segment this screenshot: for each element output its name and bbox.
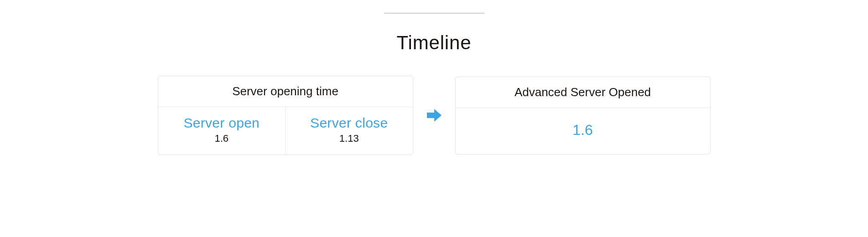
- server-open-value: 1.6: [163, 133, 281, 144]
- timeline-row: Server opening time Server open 1.6 Serv…: [0, 76, 868, 155]
- server-opening-time-header: Server opening time: [158, 76, 413, 107]
- server-opening-time-card: Server opening time Server open 1.6 Serv…: [158, 76, 413, 155]
- advanced-server-opened-header: Advanced Server Opened: [456, 77, 710, 108]
- advanced-server-opened-card: Advanced Server Opened 1.6: [455, 77, 711, 155]
- server-close-cell: Server close 1.13: [285, 107, 413, 155]
- arrow-right-icon: [425, 106, 443, 124]
- advanced-server-opened-value: 1.6: [460, 122, 706, 139]
- timeline-title: Timeline: [397, 32, 472, 54]
- server-open-cell: Server open 1.6: [158, 107, 286, 155]
- server-close-value: 1.13: [290, 133, 408, 144]
- advanced-server-opened-body: 1.6: [456, 108, 710, 154]
- section-divider: [384, 13, 484, 14]
- server-opening-time-body: Server open 1.6 Server close 1.13: [158, 107, 413, 155]
- server-close-label: Server close: [290, 115, 408, 131]
- server-open-label: Server open: [163, 115, 281, 131]
